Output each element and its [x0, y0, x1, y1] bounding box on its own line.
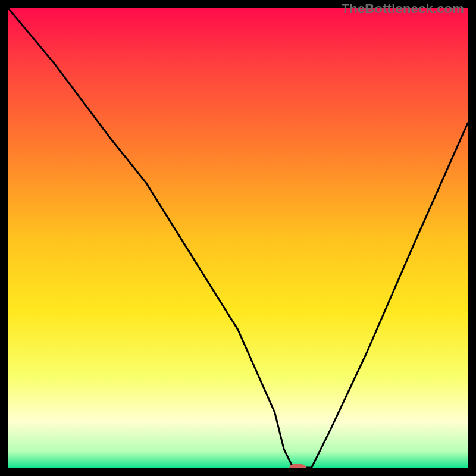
- plot-area: [8, 8, 468, 468]
- gradient-background: [8, 8, 468, 468]
- chart-frame: TheBottleneck.com: [0, 0, 476, 476]
- watermark-label: TheBottleneck.com: [342, 1, 464, 17]
- chart-svg: [8, 8, 468, 468]
